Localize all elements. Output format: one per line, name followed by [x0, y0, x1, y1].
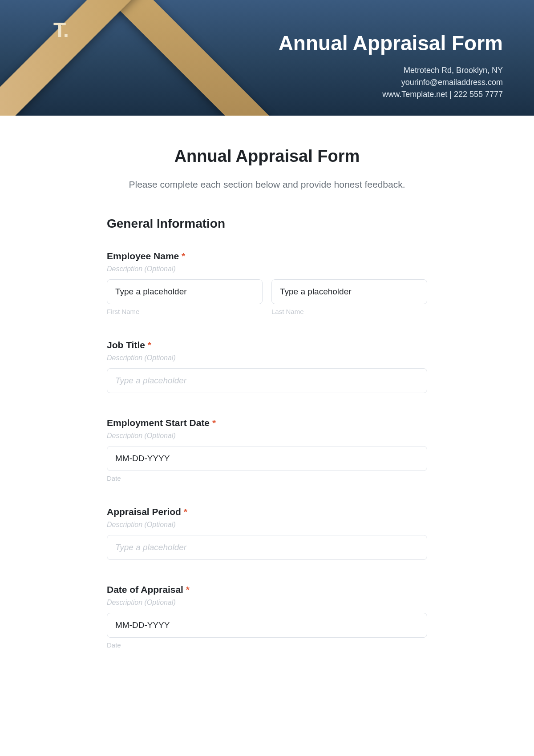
field-job-title: Job Title * Description (Optional) [107, 340, 427, 393]
form-subtitle: Please complete each section below and p… [107, 179, 427, 190]
appraisal-period-input[interactable] [107, 535, 427, 560]
required-mark: * [184, 507, 187, 517]
field-label: Employee Name * [107, 251, 427, 261]
label-text: Job Title [107, 340, 145, 350]
field-description[interactable]: Description (Optional) [107, 432, 427, 440]
field-employment-start-date: Employment Start Date * Description (Opt… [107, 418, 427, 482]
contact-address: Metrotech Rd, Brooklyn, NY [382, 64, 503, 76]
banner-title: Annual Appraisal Form [279, 31, 503, 55]
form-title: Annual Appraisal Form [107, 147, 427, 166]
contact-email: yourinfo@emailaddress.com [382, 76, 503, 88]
date-sublabel: Date [107, 641, 427, 649]
field-label: Employment Start Date * [107, 418, 427, 428]
required-mark: * [182, 251, 185, 261]
last-name-sublabel: Last Name [271, 308, 427, 315]
field-description[interactable]: Description (Optional) [107, 265, 427, 273]
label-text: Appraisal Period [107, 507, 181, 517]
field-date-of-appraisal: Date of Appraisal * Description (Optiona… [107, 584, 427, 649]
field-appraisal-period: Appraisal Period * Description (Optional… [107, 507, 427, 560]
field-label: Appraisal Period * [107, 507, 427, 517]
label-text: Employee Name [107, 251, 179, 261]
required-mark: * [148, 340, 151, 350]
required-mark: * [212, 418, 216, 428]
first-name-sublabel: First Name [107, 308, 263, 315]
last-name-input[interactable] [271, 279, 427, 304]
banner-contact: Metrotech Rd, Brooklyn, NY yourinfo@emai… [382, 64, 503, 101]
header-banner: T. Annual Appraisal Form Metrotech Rd, B… [0, 0, 534, 116]
field-description[interactable]: Description (Optional) [107, 599, 427, 607]
field-label: Job Title * [107, 340, 427, 350]
form-content: Annual Appraisal Form Please complete ea… [85, 116, 449, 696]
contact-web-phone: www.Template.net | 222 555 7777 [382, 88, 503, 101]
first-name-input[interactable] [107, 279, 263, 304]
field-description[interactable]: Description (Optional) [107, 354, 427, 362]
employment-start-date-input[interactable] [107, 446, 427, 471]
label-text: Date of Appraisal [107, 584, 183, 595]
section-heading: General Information [107, 217, 427, 231]
label-text: Employment Start Date [107, 418, 210, 428]
required-mark: * [186, 584, 190, 595]
field-description[interactable]: Description (Optional) [107, 521, 427, 529]
job-title-input[interactable] [107, 368, 427, 393]
field-employee-name: Employee Name * Description (Optional) F… [107, 251, 427, 315]
logo: T. [53, 18, 69, 42]
date-sublabel: Date [107, 475, 427, 482]
date-of-appraisal-input[interactable] [107, 613, 427, 638]
field-label: Date of Appraisal * [107, 584, 427, 595]
